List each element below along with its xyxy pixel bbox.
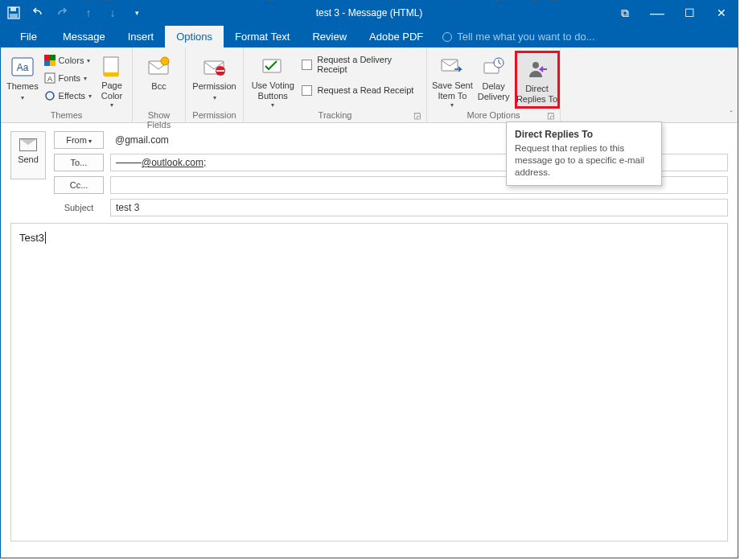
tab-format-text[interactable]: Format Text: [224, 26, 301, 47]
envelope-icon: [19, 138, 37, 151]
group-label-more-options: More Options ◲: [432, 109, 555, 122]
bcc-button[interactable]: Bcc: [139, 51, 179, 109]
svg-rect-8: [50, 60, 56, 66]
svg-point-11: [46, 92, 54, 100]
page-color-button[interactable]: Page Color ▾: [97, 51, 127, 109]
tab-message[interactable]: Message: [51, 26, 117, 47]
svg-rect-7: [44, 60, 50, 66]
group-themes: Aa Themes▾ Colors▾ A Fonts▾ Effe: [1, 47, 133, 122]
permission-button[interactable]: Permission▾: [191, 51, 238, 109]
message-window: QuickSteps Move Tags Find Add-ins Send/R…: [0, 0, 738, 558]
colors-button[interactable]: Colors▾: [44, 52, 92, 68]
group-label-tracking: Tracking ◲: [249, 109, 421, 122]
bcc-icon: [146, 54, 172, 80]
text-caret: [45, 232, 46, 244]
tab-file[interactable]: File: [6, 26, 51, 47]
popout-icon[interactable]: ⧉: [609, 6, 641, 20]
save-sent-item-to-button[interactable]: Save Sent Item To ▾: [432, 51, 473, 109]
send-button[interactable]: Send: [10, 131, 46, 179]
svg-point-23: [532, 62, 539, 68]
delay-delivery-icon: [481, 54, 507, 80]
tab-insert[interactable]: Insert: [117, 26, 166, 47]
svg-rect-5: [44, 55, 50, 60]
group-show-fields: Bcc Show Fields: [133, 47, 186, 122]
dialog-launcher-icon[interactable]: ◲: [412, 111, 421, 121]
close-icon[interactable]: ✕: [705, 6, 738, 19]
minimize-icon[interactable]: —: [641, 9, 673, 17]
group-label-permission: Permission: [191, 109, 238, 122]
save-icon[interactable]: [7, 6, 25, 19]
redo-icon[interactable]: [56, 6, 73, 19]
subject-input[interactable]: test 3: [110, 199, 728, 216]
group-label-themes: Themes: [6, 109, 127, 122]
up-arrow-icon: ↑: [80, 6, 97, 19]
svg-text:Aa: Aa: [16, 62, 28, 73]
tab-adobe-pdf[interactable]: Adobe PDF: [358, 26, 434, 47]
from-button[interactable]: From▾: [54, 131, 104, 149]
themes-icon: Aa: [10, 54, 35, 80]
tooltip-title: Direct Replies To: [515, 129, 653, 140]
subject-label: Subject: [54, 203, 104, 212]
request-delivery-receipt[interactable]: Request a Delivery Receipt: [302, 56, 421, 73]
collapse-ribbon-icon[interactable]: ˇ: [730, 109, 733, 119]
voting-icon: [260, 54, 286, 79]
svg-rect-6: [50, 55, 56, 60]
svg-rect-18: [216, 70, 224, 72]
qat-customize-icon[interactable]: ▾: [128, 9, 146, 17]
page-color-icon: [99, 54, 125, 79]
svg-text:A: A: [47, 75, 52, 83]
group-permission: Permission▾ Permission: [186, 47, 244, 122]
tell-me-search[interactable]: Tell me what you want to do...: [434, 26, 602, 47]
svg-rect-1: [10, 7, 16, 11]
message-body[interactable]: Test3: [10, 223, 728, 541]
group-tracking: Use Voting Buttons ▾ Request a Delivery …: [244, 47, 427, 122]
checkbox-icon: [302, 85, 312, 96]
cc-button[interactable]: Cc...: [54, 176, 104, 194]
effects-button[interactable]: Effects▾: [44, 88, 92, 104]
tooltip-body: Request that replies to this message go …: [515, 142, 653, 179]
direct-replies-icon: [524, 56, 550, 82]
permission-icon: [202, 54, 228, 80]
dialog-launcher-icon[interactable]: ◲: [545, 111, 555, 121]
request-read-receipt[interactable]: Request a Read Receipt: [302, 81, 421, 99]
ribbon: Aa Themes▾ Colors▾ A Fonts▾ Effe: [1, 47, 738, 123]
down-arrow-icon: ↓: [104, 6, 121, 19]
tell-me-placeholder: Tell me what you want to do...: [457, 31, 594, 43]
delay-delivery-button[interactable]: Delay Delivery: [478, 51, 510, 109]
maximize-icon[interactable]: ☐: [673, 6, 705, 19]
tooltip-direct-replies: Direct Replies To Request that replies t…: [506, 121, 662, 186]
window-controls: ⧉ — ☐ ✕: [609, 1, 738, 25]
lightbulb-icon: [442, 32, 452, 42]
colors-icon: [44, 55, 56, 66]
svg-rect-13: [104, 72, 118, 76]
save-sent-icon: [439, 54, 465, 79]
checkbox-icon: [302, 60, 312, 70]
themes-button[interactable]: Aa Themes▾: [6, 51, 39, 109]
svg-point-15: [161, 57, 169, 65]
svg-rect-2: [10, 14, 18, 18]
group-more-options: Save Sent Item To ▾ Delay Delivery Direc…: [427, 47, 561, 122]
tab-review[interactable]: Review: [301, 26, 358, 47]
svg-rect-12: [104, 57, 118, 75]
use-voting-button[interactable]: Use Voting Buttons ▾: [249, 51, 297, 109]
titlebar: ↑ ↓ ▾ test 3 - Message (HTML) ⧉ — ☐ ✕: [1, 1, 738, 25]
to-button[interactable]: To...: [54, 154, 104, 171]
fonts-icon: A: [44, 72, 56, 84]
tab-options[interactable]: Options: [165, 26, 224, 47]
ribbon-tabs: File Message Insert Options Format Text …: [1, 25, 738, 47]
quick-access-toolbar: ↑ ↓ ▾: [1, 1, 152, 25]
undo-icon[interactable]: [31, 6, 49, 19]
effects-icon: [44, 90, 56, 101]
direct-replies-to-button[interactable]: Direct Replies To: [515, 51, 560, 109]
fonts-button[interactable]: A Fonts▾: [44, 70, 92, 86]
